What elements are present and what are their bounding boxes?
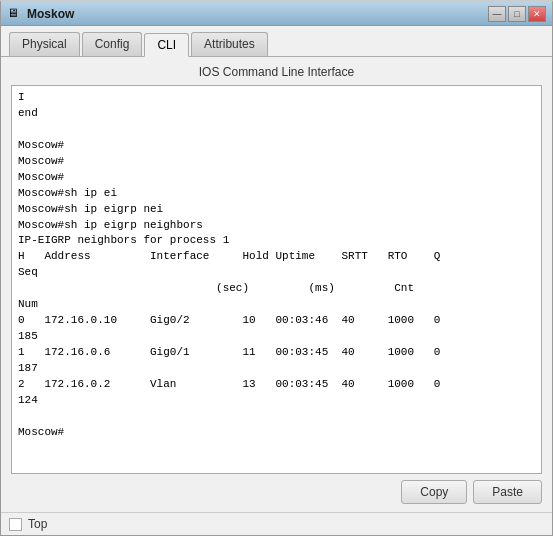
tab-config[interactable]: Config bbox=[82, 32, 143, 56]
title-controls: — □ ✕ bbox=[488, 6, 546, 22]
main-window: 🖥 Moskow — □ ✕ Physical Config CLI Attri… bbox=[0, 0, 553, 536]
terminal-wrapper: I end Moscow# Moscow# Moscow# Moscow#sh … bbox=[11, 85, 542, 474]
copy-button[interactable]: Copy bbox=[401, 480, 467, 504]
close-button[interactable]: ✕ bbox=[528, 6, 546, 22]
buttons-row: Copy Paste bbox=[11, 474, 542, 508]
top-label: Top bbox=[28, 517, 47, 531]
maximize-button[interactable]: □ bbox=[508, 6, 526, 22]
tabs-bar: Physical Config CLI Attributes bbox=[1, 26, 552, 57]
section-title: IOS Command Line Interface bbox=[11, 65, 542, 79]
paste-button[interactable]: Paste bbox=[473, 480, 542, 504]
tab-attributes[interactable]: Attributes bbox=[191, 32, 268, 56]
tab-physical[interactable]: Physical bbox=[9, 32, 80, 56]
window-icon: 🖥 bbox=[7, 6, 23, 22]
top-checkbox[interactable] bbox=[9, 518, 22, 531]
title-bar: 🖥 Moskow — □ ✕ bbox=[1, 2, 552, 26]
window-title: Moskow bbox=[27, 7, 74, 21]
tab-cli[interactable]: CLI bbox=[144, 33, 189, 57]
content-area: IOS Command Line Interface I end Moscow#… bbox=[1, 57, 552, 512]
minimize-button[interactable]: — bbox=[488, 6, 506, 22]
title-bar-left: 🖥 Moskow bbox=[7, 6, 74, 22]
terminal-output[interactable]: I end Moscow# Moscow# Moscow# Moscow#sh … bbox=[12, 86, 541, 473]
bottom-bar: Top bbox=[1, 512, 552, 535]
